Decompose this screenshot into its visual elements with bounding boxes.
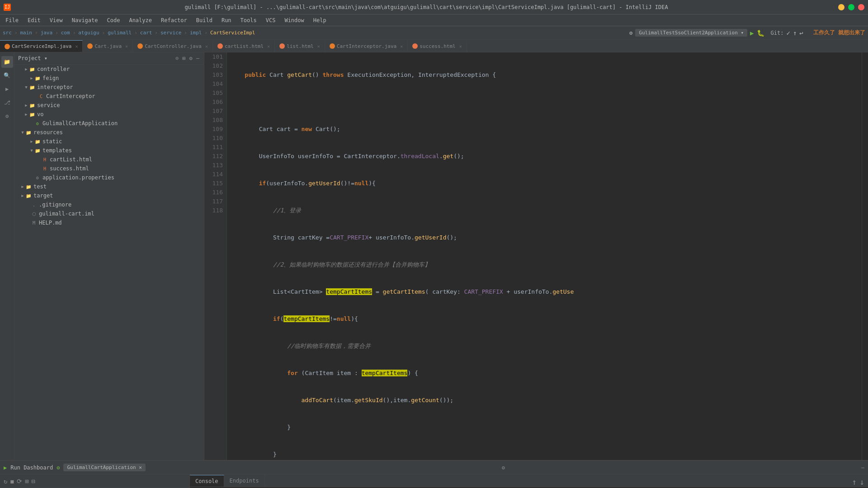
activity-bar: 📁 🔍 ▶ ⎇ ⚙ <box>0 52 14 460</box>
menu-code[interactable]: Code <box>104 16 124 24</box>
tree-arrow-placeholder <box>29 121 34 126</box>
tree-label: GulimallCartApplication <box>42 120 118 127</box>
run-config-selector[interactable]: GulimallTestSsoClient2Application ▾ <box>635 29 747 37</box>
tree-item-cartinterceptor[interactable]: C CartInterceptor <box>14 92 204 101</box>
tab-close-icon[interactable]: ✕ <box>267 44 270 49</box>
tab-cartlisthtml[interactable]: cartList.html ✕ <box>213 40 275 52</box>
console-scroll-up-icon[interactable]: ↑ <box>852 477 857 487</box>
git-commit-button[interactable]: ✓ <box>786 29 790 37</box>
tab-label: CartServiceImpl.java <box>12 43 71 49</box>
menu-help[interactable]: Help <box>310 16 330 24</box>
tab-close-icon[interactable]: ✕ <box>459 44 462 49</box>
tab-close-icon[interactable]: ✕ <box>75 44 78 49</box>
maximize-button[interactable]: □ <box>848 4 854 10</box>
tab-listhtml[interactable]: list.html ✕ <box>275 40 325 52</box>
menu-navigate[interactable]: Navigate <box>68 16 102 24</box>
tab-close-icon[interactable]: ✕ <box>400 44 403 49</box>
tab-cartinterceptor[interactable]: CartInterceptor.java ✕ <box>325 40 408 52</box>
tree-item-target[interactable]: ▶ 📁 target <box>14 191 204 200</box>
tree-arrow-icon: ▼ <box>29 148 34 153</box>
toolbar-src[interactable]: src <box>3 30 12 36</box>
panel-settings-icon[interactable]: ⚙ <box>502 465 505 471</box>
tree-item-feign[interactable]: ▶ 📁 feign <box>14 74 204 83</box>
tab-successhtml[interactable]: success.html ✕ <box>408 40 467 52</box>
toolbar-cart[interactable]: cart <box>140 30 152 36</box>
tree-item-iml[interactable]: ⬡ gulimall-cart.iml <box>14 209 204 218</box>
git-push-button[interactable]: ↑ <box>793 29 797 37</box>
tree-item-vo[interactable]: ▶ 📁 vo <box>14 110 204 119</box>
tree-item-service[interactable]: ▶ 📁 service <box>14 101 204 110</box>
menu-vcs[interactable]: VCS <box>262 16 279 24</box>
tab-close-icon[interactable]: ✕ <box>205 44 208 49</box>
bottom-panel-body: ↻ ◼ ⟳ ⊞ ⊟ ▶ GulimallSearchApplication [d… <box>0 474 868 488</box>
run-filter-icon[interactable]: ⊟ <box>31 478 35 485</box>
tab-console[interactable]: Console <box>190 475 224 487</box>
tab-cartserviceimpl[interactable]: CartServiceImpl.java ✕ <box>0 40 83 52</box>
sidebar-locate-icon[interactable]: ⊙ <box>175 54 179 62</box>
tree-item-appprops[interactable]: ⚙ application.properties <box>14 173 204 182</box>
code-editor[interactable]: 101 102 103 104 105 106 107 108 109 110 … <box>204 52 862 460</box>
tree-item-controller[interactable]: ▶ 📁 controller <box>14 65 204 74</box>
toolbar-com[interactable]: com <box>61 30 70 36</box>
tree-item-helpmd[interactable]: M HELP.md <box>14 218 204 227</box>
debug-button[interactable]: 🐛 <box>757 29 764 37</box>
run-refresh-icon[interactable]: ↻ <box>4 478 7 485</box>
run-restart-icon[interactable]: ⟳ <box>17 478 22 485</box>
tab-label: CartInterceptor.java <box>337 43 396 49</box>
run-stop-all-icon[interactable]: ◼ <box>10 478 14 485</box>
sidebar-close-icon[interactable]: — <box>195 54 200 62</box>
tab-cart[interactable]: Cart.java ✕ <box>83 40 133 52</box>
activity-git[interactable]: ⎇ <box>1 97 13 108</box>
menu-tools[interactable]: Tools <box>237 16 260 24</box>
tree-item-gitignore[interactable]: . .gitignore <box>14 200 204 209</box>
menu-run[interactable]: Run <box>218 16 235 24</box>
line-num: 116 <box>204 188 226 197</box>
folder-icon: 📁 <box>25 183 32 190</box>
tree-item-successhtml[interactable]: H success.html <box>14 164 204 173</box>
tab-close-icon[interactable]: ✕ <box>317 44 320 49</box>
menu-refactor[interactable]: Refactor <box>157 16 191 24</box>
tab-close-icon[interactable]: ✕ <box>125 44 128 49</box>
activity-run[interactable]: ▶ <box>1 83 13 95</box>
tree-item-templates[interactable]: ▼ 📁 templates <box>14 146 204 155</box>
menu-analyze[interactable]: Analyze <box>125 16 156 24</box>
menu-window[interactable]: Window <box>281 16 307 24</box>
activity-settings[interactable]: ⚙ <box>1 110 13 122</box>
tree-label: feign <box>42 75 59 81</box>
prop-file-icon: ⚙ <box>34 174 41 181</box>
activity-search[interactable]: 🔍 <box>1 70 13 81</box>
window-title: gulimall [F:\gulimall] - ...\gulimall-ca… <box>14 4 838 10</box>
tree-item-static[interactable]: ▶ 📁 static <box>14 137 204 146</box>
toolbar-impl[interactable]: impl <box>190 30 202 36</box>
sidebar-settings-icon[interactable]: ⚙ <box>189 54 193 62</box>
close-button[interactable]: ✕ <box>858 4 864 10</box>
menu-edit[interactable]: Edit <box>24 16 44 24</box>
tab-cartcontroller[interactable]: CartController.java ✕ <box>133 40 213 52</box>
tree-item-test[interactable]: ▶ 📁 test <box>14 182 204 191</box>
menu-build[interactable]: Build <box>193 16 216 24</box>
run-button[interactable]: ▶ <box>750 29 754 37</box>
toolbar-gulimall[interactable]: gulimall <box>108 30 132 36</box>
toolbar-service[interactable]: service <box>160 30 181 36</box>
toolbar-cartserviceimpl[interactable]: CartServiceImpl <box>210 30 255 36</box>
menu-view[interactable]: View <box>46 16 66 24</box>
tab-endpoints[interactable]: Endpoints <box>224 475 265 487</box>
run-panel-header: ↻ ◼ ⟳ ⊞ ⊟ <box>0 474 189 488</box>
run-app-badge[interactable]: GulimallCartApplication ✕ <box>63 464 146 471</box>
run-grid-icon[interactable]: ⊞ <box>25 478 28 485</box>
tree-item-resources[interactable]: ▼ 📁 resources <box>14 128 204 137</box>
menu-file[interactable]: File <box>2 16 22 24</box>
toolbar-java[interactable]: java <box>41 30 53 36</box>
git-rollback-button[interactable]: ↩ <box>799 29 803 37</box>
code-area[interactable]: public Cart getCart() throws ExecutionEx… <box>227 52 862 460</box>
tree-item-gulimallcartapp[interactable]: ⚙ GulimallCartApplication <box>14 119 204 128</box>
activity-project[interactable]: 📁 <box>1 56 13 68</box>
toolbar-atguigu[interactable]: atguigu <box>78 30 99 36</box>
sidebar-expand-icon[interactable]: ⊞ <box>181 54 186 62</box>
toolbar-main[interactable]: main <box>20 30 33 36</box>
minimize-button[interactable]: — <box>838 4 844 10</box>
tree-item-cartlisthtml[interactable]: H cartList.html <box>14 155 204 164</box>
panel-minimize-icon[interactable]: — <box>861 465 864 471</box>
tree-item-interceptor[interactable]: ▼ 📁 interceptor <box>14 83 204 92</box>
console-scroll-down-icon[interactable]: ↓ <box>859 477 864 487</box>
